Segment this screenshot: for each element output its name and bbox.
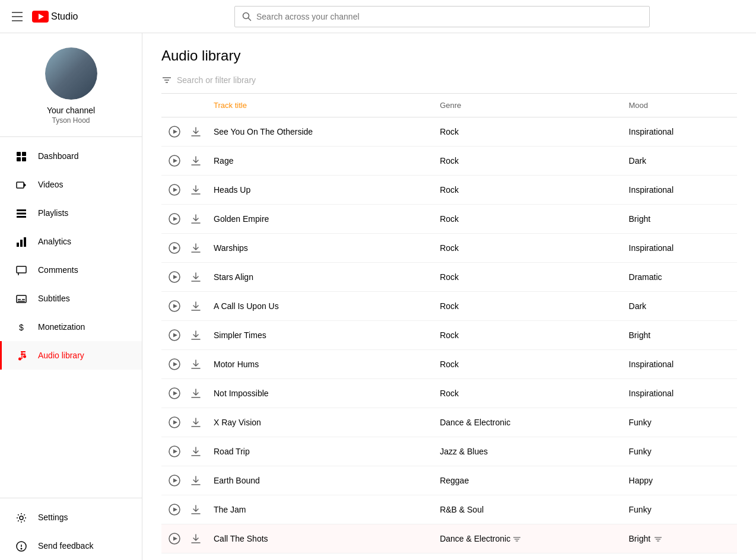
download-button[interactable] [188, 385, 204, 402]
play-button[interactable] [166, 269, 183, 285]
track-genre: Dance & Electronic [435, 408, 624, 437]
col-mood[interactable]: Mood [624, 94, 737, 117]
play-button[interactable] [166, 152, 183, 169]
track-title: Road Trip [209, 437, 435, 466]
download-button[interactable] [188, 182, 204, 198]
download-button[interactable] [188, 152, 204, 169]
play-button[interactable] [166, 298, 183, 314]
subtitles-icon [14, 292, 28, 305]
col-track[interactable]: Track title [209, 94, 435, 117]
download-button[interactable] [188, 240, 204, 256]
play-button[interactable] [166, 530, 183, 547]
play-button[interactable] [166, 472, 183, 489]
sidebar-item-analytics[interactable]: Analytics [0, 227, 142, 256]
video-icon [14, 179, 28, 191]
track-title: Golden Empire [209, 205, 435, 234]
genre-filter-icon[interactable] [513, 534, 521, 543]
download-button[interactable] [188, 501, 204, 518]
mood-filter-icon[interactable] [654, 534, 662, 543]
table-row: Earth Bound Reggae Happy [161, 466, 737, 495]
track-title: Warships [209, 234, 435, 263]
svg-text:$: $ [19, 323, 24, 332]
sidebar-item-audio-library[interactable]: Audio library [0, 341, 142, 370]
search-bar[interactable] [234, 6, 650, 27]
row-actions [161, 147, 209, 176]
sidebar-label-videos: Videos [38, 180, 63, 189]
track-genre: Rock [435, 263, 624, 292]
main-layout: Your channel Tyson Hood Dashboard Videos… [0, 33, 756, 560]
col-genre[interactable]: Genre [435, 94, 624, 117]
svg-rect-11 [17, 212, 26, 214]
svg-rect-7 [22, 157, 26, 161]
play-button[interactable] [166, 123, 183, 140]
svg-marker-62 [173, 392, 177, 396]
svg-point-26 [23, 355, 26, 358]
track-title: A Call Is Upon Us [209, 292, 435, 321]
play-button[interactable] [166, 356, 183, 373]
download-button[interactable] [188, 356, 204, 373]
track-genre: R&B & Soul [435, 495, 624, 524]
row-actions [161, 408, 209, 437]
sidebar-label-feedback: Send feedback [38, 541, 93, 551]
play-button[interactable] [166, 182, 183, 198]
search-input[interactable] [256, 12, 642, 21]
channel-username: Tyson Hood [52, 116, 90, 125]
track-mood: Bright [624, 524, 737, 553]
table-row: Motor Hums Rock Inspirational [161, 350, 737, 379]
play-button[interactable] [166, 211, 183, 227]
download-button[interactable] [188, 414, 204, 431]
avatar [45, 47, 97, 100]
play-button[interactable] [166, 443, 183, 460]
download-button[interactable] [188, 472, 204, 489]
download-button[interactable] [188, 211, 204, 227]
youtube-logo: Studio [32, 11, 78, 23]
sidebar-label-analytics: Analytics [38, 237, 71, 246]
track-mood: Dark [624, 292, 737, 321]
col-actions [161, 94, 209, 117]
svg-marker-9 [24, 183, 26, 187]
svg-rect-19 [22, 299, 25, 300]
list-icon [14, 207, 28, 219]
svg-rect-5 [22, 152, 26, 156]
play-button[interactable] [166, 327, 183, 343]
sidebar-label-playlists: Playlists [38, 208, 68, 218]
track-mood: Inspirational [624, 379, 737, 408]
track-title: Rage [209, 147, 435, 176]
svg-marker-77 [173, 537, 177, 541]
sidebar-item-monetization[interactable]: $ Monetization [0, 313, 142, 341]
row-actions [161, 350, 209, 379]
bar-chart-icon [14, 236, 28, 248]
svg-marker-47 [173, 246, 177, 250]
download-button[interactable] [188, 123, 204, 140]
track-mood: Funky [624, 408, 737, 437]
sidebar-item-feedback[interactable]: Send feedback [0, 532, 142, 560]
row-actions [161, 263, 209, 292]
track-mood: Bright [624, 205, 737, 234]
sidebar-item-settings[interactable]: Settings [0, 503, 142, 532]
download-button[interactable] [188, 443, 204, 460]
download-button[interactable] [188, 327, 204, 343]
sidebar-item-videos[interactable]: Videos [0, 170, 142, 199]
svg-marker-68 [173, 450, 177, 454]
sidebar-item-playlists[interactable]: Playlists [0, 199, 142, 227]
play-button[interactable] [166, 501, 183, 518]
sidebar-item-subtitles[interactable]: Subtitles [0, 284, 142, 313]
sidebar-item-dashboard[interactable]: Dashboard [0, 142, 142, 170]
track-mood: Funky [624, 437, 737, 466]
download-button[interactable] [188, 269, 204, 285]
track-mood: Dark [624, 147, 737, 176]
download-button[interactable] [188, 530, 204, 547]
svg-marker-44 [173, 217, 177, 221]
download-button[interactable] [188, 298, 204, 314]
play-button[interactable] [166, 240, 183, 256]
hamburger-menu[interactable] [9, 9, 25, 24]
play-button[interactable] [166, 385, 183, 402]
table-header-row: Track title Genre Mood [161, 94, 737, 117]
track-mood: Happy [624, 466, 737, 495]
filter-bar[interactable]: Search or filter library [161, 74, 737, 94]
table-row: A Call Is Upon Us Rock Dark [161, 292, 737, 321]
play-button[interactable] [166, 414, 183, 431]
track-genre: Rock [435, 205, 624, 234]
sidebar-item-comments[interactable]: Comments [0, 256, 142, 284]
sidebar-label-dashboard: Dashboard [38, 151, 79, 161]
